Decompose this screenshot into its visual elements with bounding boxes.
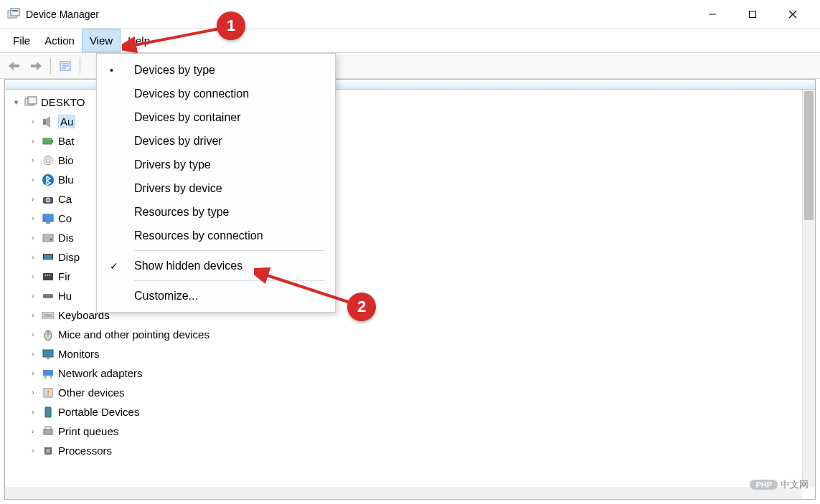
svg-point-22 bbox=[46, 198, 50, 202]
svg-rect-42 bbox=[43, 370, 53, 376]
monitor-icon bbox=[41, 347, 55, 361]
menu-item[interactable]: Drivers by device bbox=[97, 176, 335, 200]
tree-node[interactable]: ›Print queues bbox=[28, 422, 815, 441]
tree-node-label: Monitors bbox=[58, 348, 100, 360]
tree-node-label: Blu bbox=[58, 173, 74, 186]
audio-icon bbox=[41, 115, 55, 129]
chevron-right-icon[interactable]: › bbox=[28, 156, 38, 166]
svg-rect-1 bbox=[11, 9, 19, 16]
chevron-right-icon[interactable]: › bbox=[28, 136, 38, 146]
menu-item[interactable]: Devices by container bbox=[97, 105, 335, 129]
back-button[interactable] bbox=[4, 56, 24, 76]
svg-rect-47 bbox=[45, 407, 51, 417]
svg-rect-32 bbox=[49, 275, 50, 276]
chevron-right-icon[interactable]: › bbox=[28, 252, 38, 262]
tree-node-label: Print queues bbox=[58, 425, 118, 437]
menu-help[interactable]: Help bbox=[121, 29, 157, 52]
computer-icon bbox=[24, 95, 38, 110]
chevron-right-icon[interactable]: › bbox=[28, 407, 38, 417]
menu-action[interactable]: Action bbox=[37, 29, 82, 52]
tree-node[interactable]: ›Network adapters bbox=[28, 363, 815, 383]
svg-rect-40 bbox=[43, 350, 53, 357]
menu-item[interactable]: Resources by connection bbox=[97, 224, 335, 247]
svg-rect-31 bbox=[47, 275, 48, 276]
svg-rect-23 bbox=[43, 214, 53, 222]
printer-icon bbox=[41, 424, 55, 439]
title-bar: Device Manager bbox=[0, 0, 820, 29]
chevron-right-icon[interactable]: › bbox=[28, 214, 38, 224]
chevron-right-icon[interactable]: › bbox=[28, 349, 38, 359]
svg-rect-41 bbox=[47, 358, 50, 359]
chevron-right-icon[interactable]: › bbox=[28, 388, 38, 398]
svg-rect-49 bbox=[45, 427, 51, 429]
svg-point-18 bbox=[44, 156, 52, 165]
svg-rect-17 bbox=[52, 140, 53, 143]
svg-rect-8 bbox=[31, 65, 37, 67]
menu-item[interactable]: Resources by type bbox=[97, 200, 335, 224]
svg-rect-29 bbox=[43, 273, 53, 280]
minimize-button[interactable] bbox=[692, 0, 732, 29]
view-dropdown: •Devices by typeDevices by connectionDev… bbox=[96, 53, 336, 313]
tree-node-label: Processors bbox=[58, 444, 112, 457]
menu-file[interactable]: File bbox=[6, 29, 37, 52]
menu-item-label: Devices by container bbox=[134, 111, 241, 124]
disk-icon bbox=[41, 231, 55, 245]
camera-icon bbox=[41, 192, 55, 206]
close-button[interactable] bbox=[773, 0, 813, 29]
svg-point-44 bbox=[50, 376, 52, 378]
menu-item[interactable]: ✓Show hidden devices bbox=[97, 254, 335, 277]
annotation-callout-1: 1 bbox=[217, 11, 245, 40]
chevron-right-icon[interactable]: › bbox=[28, 117, 38, 127]
chevron-right-icon[interactable]: › bbox=[28, 175, 38, 185]
menu-view[interactable]: View bbox=[82, 29, 121, 52]
tree-node-label: Au bbox=[58, 115, 75, 128]
menu-item[interactable]: Devices by driver bbox=[97, 129, 335, 153]
tree-node[interactable]: ›Processors bbox=[28, 441, 815, 460]
tree-node-label: Hu bbox=[58, 290, 72, 302]
svg-rect-7 bbox=[14, 65, 19, 67]
chevron-right-icon[interactable]: › bbox=[28, 369, 38, 379]
check-icon: ✓ bbox=[110, 260, 118, 272]
properties-button[interactable] bbox=[55, 56, 75, 76]
menu-item[interactable]: Drivers by type bbox=[97, 153, 335, 176]
annotation-callout-2: 2 bbox=[347, 293, 376, 321]
chevron-right-icon[interactable]: › bbox=[28, 272, 38, 282]
window-title: Device Manager bbox=[26, 9, 99, 20]
svg-rect-24 bbox=[46, 222, 50, 224]
menu-item[interactable]: Devices by connection bbox=[97, 82, 335, 105]
menu-item[interactable]: •Devices by type bbox=[97, 58, 335, 82]
tree-node[interactable]: ›!Other devices bbox=[28, 383, 815, 402]
window-controls bbox=[692, 0, 813, 29]
chevron-right-icon[interactable]: › bbox=[28, 330, 38, 340]
tree-node[interactable]: ›Monitors bbox=[28, 344, 815, 363]
svg-rect-14 bbox=[28, 97, 37, 104]
svg-rect-48 bbox=[44, 429, 52, 434]
chevron-right-icon[interactable]: › bbox=[28, 291, 38, 301]
chevron-right-icon[interactable]: › bbox=[28, 310, 38, 320]
menu-item-label: Devices by type bbox=[134, 64, 215, 77]
menu-item-label: Devices by driver bbox=[134, 135, 222, 148]
maximize-button[interactable] bbox=[732, 0, 773, 29]
scrollbar-thumb[interactable] bbox=[804, 91, 814, 220]
horizontal-scrollbar[interactable] bbox=[5, 488, 802, 499]
menu-item-label: Show hidden devices bbox=[134, 260, 242, 272]
other-icon: ! bbox=[41, 386, 55, 400]
svg-point-43 bbox=[44, 376, 47, 378]
firmware-icon bbox=[41, 270, 55, 284]
tree-node[interactable]: ›Mice and other pointing devices bbox=[28, 325, 815, 344]
chevron-right-icon[interactable]: › bbox=[28, 194, 38, 204]
portable-icon bbox=[41, 405, 55, 419]
tree-node[interactable]: ›Portable Devices bbox=[28, 402, 815, 422]
menu-item-label: Resources by type bbox=[134, 206, 230, 219]
chevron-right-icon[interactable]: › bbox=[28, 446, 38, 456]
computer-icon bbox=[41, 211, 55, 226]
chevron-down-icon[interactable]: ▾ bbox=[11, 98, 21, 108]
menu-item-label: Resources by connection bbox=[134, 229, 263, 242]
chevron-right-icon[interactable]: › bbox=[28, 233, 38, 243]
forward-button[interactable] bbox=[26, 56, 46, 76]
toolbar-separator bbox=[50, 58, 51, 74]
vertical-scrollbar[interactable] bbox=[802, 90, 815, 488]
chevron-right-icon[interactable]: › bbox=[28, 427, 38, 437]
svg-rect-35 bbox=[42, 313, 54, 318]
menu-item[interactable]: Customize... bbox=[97, 284, 335, 308]
